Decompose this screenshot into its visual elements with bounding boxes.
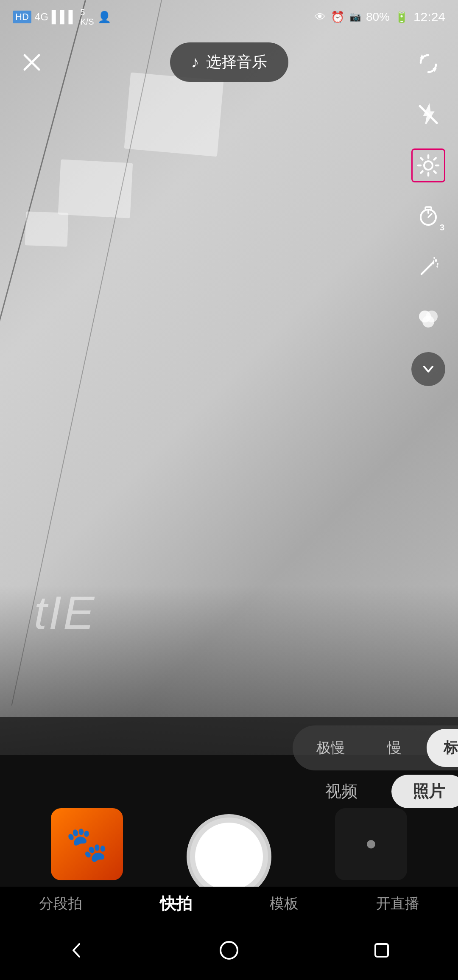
svg-point-17 [422,316,434,328]
svg-rect-19 [375,944,388,957]
svg-point-18 [221,942,237,959]
mode-tabs: 视频 照片 时刻 文 [297,775,458,808]
camera-indicator-icon: 📷 [349,11,361,22]
gallery-thumbnail[interactable]: 🐾 [51,808,123,880]
eye-icon: 👁 [315,11,326,24]
svg-point-12 [435,259,437,262]
close-button[interactable] [17,48,47,77]
svg-rect-9 [425,207,431,210]
svg-point-14 [433,257,435,259]
svg-point-13 [437,263,438,265]
right-icons: 3 [411,34,445,386]
speed-standard[interactable]: 标准 [427,729,458,767]
nav-live[interactable]: 开直播 [363,890,432,918]
hd-indicator: HD [13,11,31,23]
speed-slow[interactable]: 慢 [369,729,420,767]
nav-quick-shoot[interactable]: 快拍 [147,889,205,919]
settings-button[interactable] [411,148,445,182]
gallery-thumb-inner: 🐾 [51,808,123,880]
data-speed: 5K/S [80,8,94,26]
top-controls: ♪ 选择音乐 [0,34,458,90]
home-button[interactable] [212,933,246,967]
status-bar: HD 4G ▌▌▌ 5K/S 👤 👁 ⏰ 📷 80% 🔋 12:24 [0,0,458,34]
status-right: 👁 ⏰ 📷 80% 🔋 12:24 [315,10,445,24]
shutter-button[interactable] [187,814,271,899]
shutter-inner [195,823,263,890]
system-nav [0,921,458,980]
speed-selector: 极慢 慢 标准 快 极快 [293,725,458,770]
battery-level: 80% [366,10,390,24]
color-filter-button[interactable] [411,301,445,335]
magic-button[interactable] [411,250,445,284]
signal-bars: ▌▌▌ [52,10,77,24]
svg-line-10 [422,265,431,274]
flash-button[interactable] [411,98,445,132]
speed-very-slow[interactable]: 极慢 [299,729,362,767]
bottom-nav: 分段拍 快拍 模板 开直播 [0,887,458,921]
nav-template[interactable]: 模板 [257,890,311,918]
portrait-icon: 👤 [98,11,111,24]
watermark-text: tIE [34,585,96,639]
more-options-button[interactable] [411,352,445,386]
timer-badge: 3 [440,223,444,232]
timer-button[interactable]: 3 [411,199,445,233]
camera-viewfinder: tIE [0,0,458,755]
tab-photo[interactable]: 照片 [391,775,458,808]
alarm-icon: ⏰ [331,11,344,24]
music-label: 选择音乐 [206,52,267,73]
svg-line-8 [428,214,432,217]
bottom-sheet: 极慢 慢 标准 快 极快 视频 照片 时刻 文 [0,717,458,887]
svg-point-5 [424,161,433,170]
flip-camera-button[interactable] [411,47,445,81]
album-dot [367,840,375,848]
back-button[interactable] [59,933,93,967]
music-button[interactable]: ♪ 选择音乐 [170,42,288,82]
4g-indicator: 4G [35,11,48,23]
recents-button[interactable] [365,933,399,967]
tab-video[interactable]: 视频 [317,776,366,806]
time-display: 12:24 [413,10,445,24]
album-button[interactable] [335,808,407,880]
music-icon: ♪ [191,53,199,71]
status-left: HD 4G ▌▌▌ 5K/S 👤 [13,8,111,26]
nav-segment-shoot[interactable]: 分段拍 [26,890,95,918]
